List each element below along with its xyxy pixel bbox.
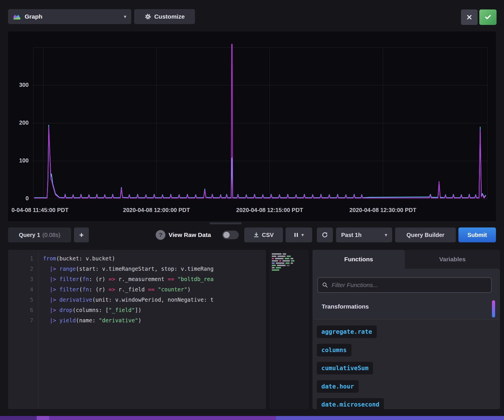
line-number: 7 <box>8 315 33 325</box>
filter-functions-field[interactable] <box>317 277 492 293</box>
functions-sidebar: Functions Variables Transformations aggr… <box>312 250 500 409</box>
function-pill-cumulativeSum[interactable]: cumulativeSum <box>317 362 373 374</box>
transformations-section-title: Transformations <box>322 303 369 310</box>
checkmark-icon <box>485 15 491 20</box>
y-tick-label: 0 <box>26 195 29 201</box>
visualization-type-label: Graph <box>25 13 42 20</box>
code-line: from(bucket: v.bucket) <box>43 253 264 264</box>
help-icon[interactable]: ? <box>156 230 165 240</box>
line-number: 6 <box>8 305 33 315</box>
line-number: 1 <box>8 253 33 264</box>
pause-icon <box>294 232 298 238</box>
code-line: |> drop(columns: ["_field"]) <box>43 305 264 315</box>
x-tick-label: 2020-04-08 12:00:00 PDT <box>123 207 190 213</box>
x-tick-label: 2020-04-08 12:15:00 PDT <box>236 207 303 213</box>
function-pill-date.microsecond[interactable]: date.microsecond <box>317 398 384 409</box>
visualization-type-dropdown[interactable]: Graph ▾ <box>8 9 131 24</box>
data-explorer-page: Graph ▾ Customize 01002003000-04-08 11:4 <box>0 0 504 420</box>
tab-functions[interactable]: Functions <box>312 250 405 269</box>
query-tab-1[interactable]: Query 1 (0.08s) <box>8 227 71 242</box>
customize-button[interactable]: Customize <box>134 9 195 24</box>
code-line: |> filter(fn: (r) => r._measurement == "… <box>43 274 264 284</box>
download-csv-button[interactable]: CSV <box>244 227 283 242</box>
code-line: |> filter(fn: (r) => r._field == "counte… <box>43 284 264 295</box>
function-pill-date.hour[interactable]: date.hour <box>317 380 359 393</box>
flux-code-editor[interactable]: 1from(bucket: v.bucket)2 |> range(start:… <box>8 250 266 409</box>
download-icon <box>253 232 259 238</box>
minimap-row <box>272 269 279 271</box>
chevron-down-icon: ▾ <box>124 14 126 19</box>
functions-list: aggregate.ratecolumnscumulativeSumdate.h… <box>312 319 500 409</box>
chevron-down-icon: ▾ <box>385 232 387 238</box>
code-line: |> derivative(unit: v.windowPeriod, nonN… <box>43 295 264 305</box>
query-tab-name: Query 1 <box>19 232 40 238</box>
functions-panel-content: Transformations aggregate.ratecolumnscum… <box>312 269 500 409</box>
y-tick-label: 100 <box>19 157 29 164</box>
minimap-row <box>272 253 286 255</box>
chevron-down-icon: ▾ <box>302 232 304 238</box>
minimap-row <box>272 260 294 262</box>
view-raw-data-toggle[interactable] <box>222 231 239 239</box>
chart-line-series-cyan <box>34 125 486 198</box>
panel-resize-handle[interactable] <box>210 222 242 224</box>
scrollbar-thumb[interactable] <box>492 300 495 317</box>
close-icon <box>466 14 472 20</box>
refresh-icon <box>321 231 328 238</box>
time-series-chart[interactable]: 01002003000-04-08 11:45:00 PDT2020-04-08… <box>8 32 496 221</box>
code-line: |> yield(name: "derivative") <box>43 315 264 325</box>
line-number: 4 <box>8 284 33 295</box>
minimap-row <box>272 256 291 257</box>
confirm-button[interactable] <box>479 9 497 25</box>
gutter-divider <box>38 252 38 407</box>
y-tick-label: 300 <box>19 82 29 88</box>
refresh-button[interactable] <box>317 227 333 242</box>
toggle-knob <box>223 232 230 238</box>
search-icon <box>322 282 328 288</box>
function-pill-aggregate.rate[interactable]: aggregate.rate <box>317 325 377 338</box>
minimap-row <box>272 262 293 264</box>
query-builder-button[interactable]: Query Builder <box>395 227 456 242</box>
function-pill-columns[interactable]: columns <box>317 344 351 356</box>
gear-icon <box>144 13 151 20</box>
customize-label: Customize <box>154 13 185 20</box>
submit-button[interactable]: Submit <box>458 227 496 242</box>
line-number: 5 <box>8 295 33 305</box>
line-number: 3 <box>8 274 33 284</box>
csv-label: CSV <box>262 232 274 238</box>
cancel-button[interactable] <box>461 9 478 25</box>
time-range-label: Past 1h <box>341 232 362 238</box>
add-query-button[interactable]: + <box>74 227 89 242</box>
pause-dropdown-button[interactable]: ▾ <box>286 227 312 242</box>
minimap-row <box>272 258 293 259</box>
x-tick-label: 2020-04-08 12:30:00 PDT <box>349 207 416 213</box>
editor-minimap[interactable] <box>269 250 309 409</box>
code-line: |> range(start: v.timeRangeStart, stop: … <box>43 264 264 274</box>
tab-variables[interactable]: Variables <box>405 250 500 269</box>
minimap-row <box>272 267 281 268</box>
chart-line-series-magenta <box>34 44 486 198</box>
x-tick-label: 0-04-08 11:45:00 PDT <box>11 207 69 213</box>
y-tick-label: 200 <box>19 119 29 126</box>
page-progress-bar <box>0 416 504 420</box>
view-raw-data-label: View Raw Data <box>169 227 211 242</box>
area-chart-icon <box>13 13 21 20</box>
query-duration: (0.08s) <box>42 232 60 238</box>
filter-functions-input[interactable] <box>331 281 487 289</box>
line-number: 2 <box>8 264 33 274</box>
minimap-row <box>272 265 290 266</box>
time-range-dropdown[interactable]: Past 1h ▾ <box>336 227 392 242</box>
